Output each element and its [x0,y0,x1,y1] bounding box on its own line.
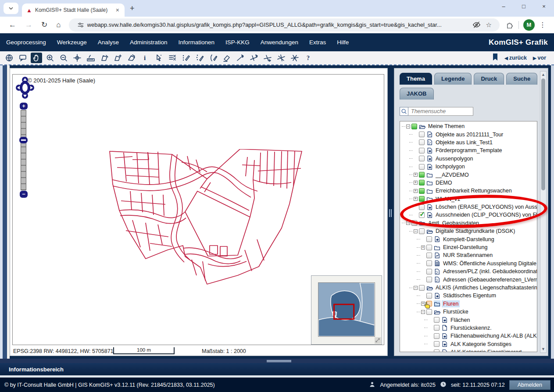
pan-rosette[interactable] [15,76,35,101]
tab-jakob[interactable]: JAKOB [400,88,434,100]
tree-item-lochpolygon[interactable]: lochpolygon [400,163,537,171]
layer-checkbox[interactable] [426,236,432,242]
help-icon[interactable]: ? [303,53,314,63]
layer-label[interactable]: Flächenabweichung ALK-ALB (ALK [449,332,537,339]
browser-tab[interactable]: ▲ KomGIS®+ Stadt Halle (Saale) × [22,4,125,17]
zoom-out-button[interactable]: − [20,191,28,198]
minimize-button[interactable]: – [493,0,514,14]
tree-item-__azvdemo[interactable]: +__AZVDEMO [400,171,537,178]
menu-item-extras[interactable]: Extras [309,39,326,46]
layer-checkbox[interactable] [419,196,425,202]
tree-item-meine-themen[interactable]: −Meine Themen [400,122,537,130]
tree-item-digitale-stadtgrundkarte-dsgk-[interactable]: −Digitale Stadtgrundkarte (DSGK) [400,227,537,235]
back-icon[interactable]: ← [9,21,16,29]
measure-area-plus-icon[interactable] [112,53,124,63]
history-forward-button[interactable]: ▶ vor [533,55,546,61]
layer-label[interactable]: Flurstücke [442,308,470,315]
menu-item-administration[interactable]: Administration [130,39,168,46]
expander-icon[interactable]: + [414,181,418,185]
bookmark-icon[interactable] [492,53,498,63]
vertical-splitter[interactable] [388,65,393,359]
resize-handle-icon[interactable] [375,337,381,344]
layer-checkbox[interactable] [419,172,425,178]
measure-area-icon[interactable] [99,53,110,63]
layer-checkbox[interactable] [434,349,440,352]
layer-checkbox[interactable] [426,277,432,282]
eye-off-icon[interactable] [472,21,481,29]
browser-menu-icon[interactable]: ⋮ [539,21,546,29]
zoom-track[interactable] [21,110,26,190]
horizontal-splitter[interactable] [0,359,554,363]
snap-line-3-icon[interactable] [262,53,273,63]
layer-label[interactable]: Flurstückskennz. [449,324,493,331]
tree-item-flächen[interactable]: Flächen [400,316,537,324]
eraser-icon[interactable] [221,53,232,63]
extensions-icon[interactable] [506,21,514,29]
layer-checkbox[interactable] [426,293,432,299]
layer-label[interactable]: Städtisches Eigentum [442,292,497,299]
layer-checkbox[interactable] [419,285,425,291]
layer-label[interactable]: Flächen [449,317,471,324]
tree-item-komplett-darstellung[interactable]: Komplett-Darstellung [400,235,537,243]
layer-label[interactable]: ALKIS (Amtliches Liegenschaftskatasterin… [434,284,537,291]
address-bar[interactable]: webapp.svw.halle.de/komgis30.hal.gisplus… [69,18,500,32]
layer-label[interactable]: DEMO [434,179,454,186]
layer-label[interactable]: Komplett-Darstellung [442,236,496,243]
layer-label[interactable]: Einzel-Darstellung [442,244,489,251]
expander-icon[interactable]: + [414,173,418,177]
zoom-out-icon[interactable] [58,53,69,63]
layer-checkbox[interactable] [419,228,425,234]
tree-item-adressen-gebaeudereferenzen_lv[interactable]: Adressen (Gebaeudereferenzen_LVerm [400,275,537,283]
layer-checkbox[interactable] [426,269,432,274]
layer-label[interactable]: WMS: Öffentliche Ausspielung Digitale S [442,260,537,267]
tree-item-aussenpolygon[interactable]: Aussenpolygon [400,155,537,163]
tree-item-alk-kategorie-eigentümerart[interactable]: ALK Kategorie Eigentümerart [400,348,537,352]
maximize-button[interactable]: □ [514,0,534,14]
zoom-handle[interactable] [19,137,28,143]
scroll-up-icon[interactable]: ▲ [541,72,546,77]
expander-icon[interactable]: − [414,229,418,233]
edit-vertices-icon[interactable] [180,53,192,63]
zoom-in-button[interactable]: + [20,103,28,110]
split-line-1-icon[interactable] [275,53,287,63]
url-text[interactable]: webapp.svw.halle.de/komgis30.hal.gisplus… [87,21,470,28]
history-back-button[interactable]: ◀ zurück [504,55,527,61]
list-remove-icon[interactable] [167,53,178,63]
site-settings-icon[interactable] [77,21,85,29]
overview-inset[interactable] [311,275,382,345]
tree-item-flurstücke[interactable]: −Flurstücke [400,308,537,316]
center-icon[interactable] [71,53,83,63]
scroll-down-icon[interactable]: ▼ [541,347,546,352]
layer-checkbox[interactable] [419,132,425,137]
layer-label[interactable]: Meine Themen [427,123,466,130]
tree-item-alkis-amtliches-liegenschaftsk[interactable]: −ALKIS (Amtliches Liegenschaftskatasteri… [400,284,537,292]
layer-label[interactable]: ALK Kategorie Eigentümerart [449,349,523,352]
menu-item-hilfe[interactable]: Hilfe [337,39,349,46]
layer-checkbox[interactable] [419,188,425,194]
close-button[interactable]: × [534,0,554,14]
layer-checkbox[interactable] [434,333,440,339]
expander-icon[interactable]: − [414,286,418,290]
layer-label[interactable]: Förderprogramm_Template [434,147,503,154]
layer-label[interactable]: Digitale Stadtgrundkarte (DSGK) [434,228,516,235]
layer-label[interactable]: ALK Kategorie Sonstiges [449,341,513,348]
tab-thema[interactable]: Thema [400,73,432,85]
layer-checkbox[interactable] [434,325,440,331]
menu-item-werkzeuge[interactable]: Werkzeuge [57,39,87,46]
layer-checkbox[interactable] [411,124,417,129]
tree-item-objekte-aus-link_test1[interactable]: Objekte aus Link_Test1 [400,139,537,146]
tab-druck[interactable]: Druck [474,73,504,85]
search-icon[interactable] [400,107,408,116]
bookmark-star-icon[interactable]: ☆ [486,21,492,29]
scrollbar-thumb[interactable] [541,78,545,190]
tab-search-button[interactable] [4,3,18,14]
expander-icon[interactable]: − [406,125,410,128]
layer-checkbox[interactable] [426,245,432,250]
menu-item-isp-kkg[interactable]: ISP-KKG [225,39,250,46]
menu-item-geoprocessing[interactable]: Geoprocessing [6,39,46,46]
tree-item-städtisches-eigentum[interactable]: Städtisches Eigentum [400,292,537,299]
layer-label[interactable]: Objekte aus Link_Test1 [434,139,494,146]
tree-item-erreichbarkeit-rettungswachen[interactable]: +Erreichbarkeit Rettungswachen [400,187,537,195]
tab-legende[interactable]: Legende [434,73,472,85]
zoom-in-icon[interactable] [44,53,56,63]
